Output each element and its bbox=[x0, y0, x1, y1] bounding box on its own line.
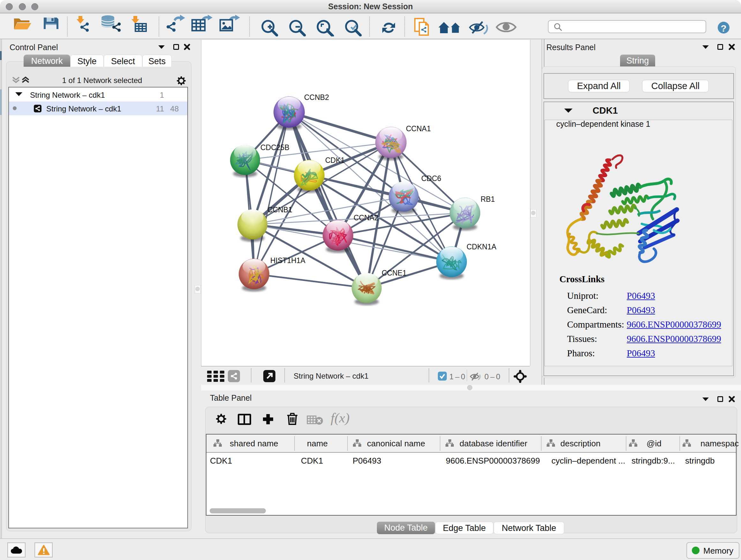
svg-text:CCNB1: CCNB1 bbox=[267, 206, 292, 214]
svg-text:CDC25B: CDC25B bbox=[260, 143, 289, 152]
svg-text:CDKN1A: CDKN1A bbox=[467, 243, 496, 251]
svg-text:CDC6: CDC6 bbox=[421, 174, 441, 183]
svg-text:CCNB2: CCNB2 bbox=[304, 93, 329, 102]
svg-text:CCNA2: CCNA2 bbox=[354, 213, 379, 222]
svg-text:RB1: RB1 bbox=[481, 195, 495, 203]
svg-text:CDK1: CDK1 bbox=[325, 156, 345, 165]
svg-text:HIST1H1A: HIST1H1A bbox=[270, 256, 306, 265]
svg-text:CCNA1: CCNA1 bbox=[406, 125, 431, 133]
svg-text:CCNE1: CCNE1 bbox=[382, 269, 407, 277]
